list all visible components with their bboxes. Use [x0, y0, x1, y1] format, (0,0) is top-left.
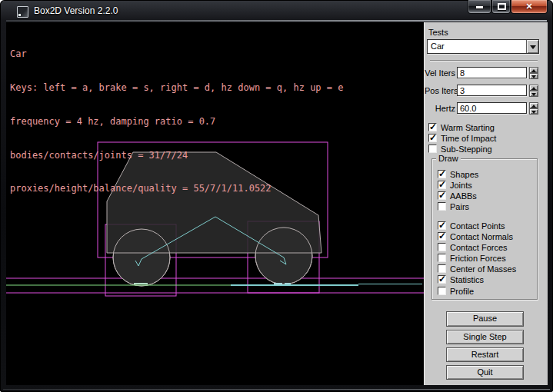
checkbox-icon	[438, 170, 446, 178]
checkbox-label: Time of Impact	[441, 134, 496, 143]
spinner-up-icon[interactable]	[529, 85, 538, 91]
vel-iters-field[interactable]: 8	[457, 67, 527, 78]
checkbox-label: Contact Forces	[450, 243, 508, 252]
tests-dropdown-value: Car	[431, 42, 445, 51]
app-icon	[17, 6, 28, 18]
checkbox-icon	[438, 232, 446, 241]
pause-button[interactable]: Pause	[446, 311, 524, 327]
checkbox-label: Warm Starting	[441, 123, 495, 132]
checkbox-icon	[438, 264, 446, 273]
tests-dropdown-button[interactable]	[526, 40, 538, 53]
checkbox-label: Center of Masses	[450, 264, 516, 274]
control-panel: Tests Car Vel Iters 8 Pos Iters 3 Hertz …	[424, 22, 548, 385]
checkbox-icon	[438, 254, 446, 262]
checkbox-warm-starting[interactable]: Warm Starting	[428, 123, 495, 133]
checkbox-label: Contact Normals	[450, 232, 513, 241]
chevron-down-icon	[530, 45, 536, 49]
right-contact-point-2	[285, 283, 291, 284]
checkbox-icon	[438, 202, 446, 211]
single-step-button[interactable]: Single Step	[446, 330, 524, 344]
maximize-icon	[498, 3, 506, 10]
draw-group: Draw Shapes Joints AABBs Pairs Contact P…	[431, 158, 538, 300]
checkbox-icon	[438, 191, 446, 200]
checkbox-icon	[438, 243, 446, 251]
left-contact-point	[134, 283, 148, 284]
checkbox-icon	[428, 123, 437, 131]
checkbox-statistics[interactable]: Statistics	[438, 275, 484, 285]
spinner-down-icon[interactable]	[529, 108, 538, 115]
tests-label: Tests	[428, 28, 448, 37]
tests-dropdown[interactable]: Car	[427, 39, 539, 54]
vel-iters-spinner[interactable]	[529, 67, 538, 79]
minimize-icon	[476, 6, 483, 8]
spinner-down-icon[interactable]	[529, 91, 538, 97]
hertz-spinner[interactable]	[529, 102, 538, 115]
checkbox-icon	[438, 275, 446, 284]
pos-iters-label: Pos Iters	[425, 86, 455, 95]
checkbox-center-of-masses[interactable]: Center of Masses	[438, 264, 516, 274]
pos-iters-spinner[interactable]	[529, 85, 538, 97]
checkbox-contact-forces[interactable]: Contact Forces	[438, 243, 508, 253]
maximize-button[interactable]	[491, 0, 511, 14]
pos-iters-field[interactable]: 3	[457, 85, 527, 96]
proxies-stats-text: proxies/height/balance/quality = 55/7/1/…	[10, 183, 343, 194]
checkbox-icon	[438, 287, 446, 295]
separator	[430, 60, 538, 61]
bodies-stats-text: bodies/contacts/joints = 31/7/24	[10, 150, 343, 161]
checkbox-label: Profile	[450, 287, 474, 296]
window-title: Box2D Version 2.2.0	[34, 5, 118, 16]
checkbox-time-of-impact[interactable]: Time of Impact	[428, 134, 496, 144]
checkbox-label: Shapes	[450, 170, 478, 179]
minimize-button[interactable]	[468, 0, 491, 14]
checkbox-friction-forces[interactable]: Friction Forces	[438, 254, 506, 264]
checkbox-pairs[interactable]: Pairs	[438, 202, 469, 212]
checkbox-label: AABBs	[450, 191, 477, 201]
checkbox-label: Sub-Stepping	[441, 145, 492, 154]
checkbox-icon	[438, 221, 446, 230]
close-icon: ✕	[511, 0, 547, 12]
checkbox-label: Joints	[450, 181, 472, 190]
draw-group-label: Draw	[436, 154, 461, 163]
close-button[interactable]: ✕	[511, 0, 548, 14]
title-bar[interactable]: Box2D Version 2.2.0 ✕	[0, 0, 553, 22]
spinner-up-icon[interactable]	[529, 102, 538, 108]
checkbox-icon	[428, 134, 437, 142]
checkbox-label: Friction Forces	[450, 254, 506, 263]
app-window: Box2D Version 2.2.0 ✕	[0, 0, 553, 392]
checkbox-profile[interactable]: Profile	[438, 287, 474, 297]
restart-button[interactable]: Restart	[446, 347, 524, 362]
frequency-text: frequency = 4 hz, damping ratio = 0.7	[10, 116, 343, 128]
hertz-field[interactable]: 60.0	[457, 102, 527, 114]
checkbox-label: Statistics	[450, 275, 484, 284]
checkbox-aabbs[interactable]: AABBs	[438, 191, 477, 201]
checkbox-label: Contact Points	[450, 221, 505, 231]
spinner-up-icon[interactable]	[529, 67, 538, 73]
checkbox-icon	[438, 181, 446, 189]
keys-help-text: Keys: left = a, brake = s, right = d, hz…	[10, 82, 343, 94]
right-contact-point	[274, 283, 282, 285]
checkbox-icon	[428, 145, 437, 153]
hertz-label: Hertz	[425, 104, 455, 113]
simulation-viewport[interactable]: Car Keys: left = a, brake = s, right = d…	[6, 22, 424, 385]
spinner-down-icon[interactable]	[529, 73, 538, 79]
checkbox-contact-normals[interactable]: Contact Normals	[438, 232, 513, 242]
checkbox-contact-points[interactable]: Contact Points	[438, 221, 505, 231]
stats-overlay: Car Keys: left = a, brake = s, right = d…	[10, 26, 343, 217]
vel-iters-label: Vel Iters	[425, 68, 455, 78]
test-name-text: Car	[10, 48, 343, 60]
quit-button[interactable]: Quit	[446, 365, 524, 380]
checkbox-label: Pairs	[450, 202, 469, 211]
